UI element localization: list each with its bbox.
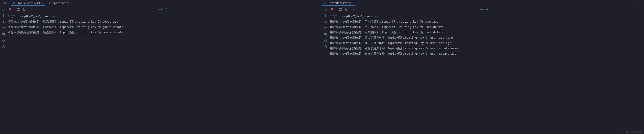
exit-icon[interactable] xyxy=(345,7,349,11)
console-line: 用户模块接收到的消息是：用户删除了，Topic模型，routing key 为 … xyxy=(330,30,643,35)
console-line: D:\Tools\jdkk8\bin\java.exe ... xyxy=(330,13,643,19)
more-options[interactable]: ⋮ xyxy=(357,7,361,11)
scroll-end-icon[interactable] xyxy=(2,32,5,36)
stop-button[interactable] xyxy=(8,7,12,11)
more-options[interactable]: ⋮ xyxy=(35,7,39,11)
left-panel: 运行: TopicReceiver1 ✕ TopicSender ✕ ⋮ goo… xyxy=(0,0,322,134)
minimize-icon[interactable]: — xyxy=(640,1,642,4)
svg-rect-15 xyxy=(325,39,326,40)
svg-rect-7 xyxy=(3,39,4,40)
up-arrow-icon[interactable] xyxy=(324,14,328,18)
console-line: 用户模块接收到的消息是：用户修改了，Topic模型，routing key 为 … xyxy=(330,24,643,30)
svg-rect-13 xyxy=(346,8,347,10)
right-panel: TopicReceiver2 ✕ ⋮ — ⋮ user.# xyxy=(322,0,644,134)
tab-label: TopicReceiver2 xyxy=(328,1,351,4)
close-icon[interactable]: ✕ xyxy=(70,2,72,4)
pattern-label: user.# xyxy=(478,7,488,11)
up-arrow-icon[interactable] xyxy=(2,14,5,18)
down-arrow-icon[interactable] xyxy=(324,20,328,24)
dashboard-icon[interactable] xyxy=(29,7,33,11)
trash-icon[interactable] xyxy=(324,45,328,48)
console-output[interactable]: D:\Tools\jdkk8\bin\java.exe ...用户模块接收到的消… xyxy=(329,12,644,134)
divider xyxy=(14,7,14,11)
stop-button[interactable] xyxy=(330,7,334,11)
tab-label: TopicReceiver1 xyxy=(18,1,40,4)
rerun-button[interactable] xyxy=(324,7,328,11)
tab-label: TopicSender xyxy=(51,1,68,4)
console-area: D:\Tools\jdkk8\bin\java.exe ...用户模块接收到的消… xyxy=(322,12,644,134)
rerun-button[interactable] xyxy=(2,7,5,11)
console-line: 用户模块接收到的消息是：添加了用户名字，Topic模型，routing key … xyxy=(330,35,643,40)
watermark: CSDN @Allen-xu xyxy=(623,131,642,133)
down-arrow-icon[interactable] xyxy=(2,20,5,24)
print-icon[interactable] xyxy=(2,39,5,42)
console-area: D:\Tools\jdkk8\bin\java.exe ...商品模块接收到的消… xyxy=(0,12,322,134)
print-icon[interactable] xyxy=(324,39,328,42)
console-line: 用户模块接收到的消息是：修改了用户名字，Topic模型，routing key … xyxy=(330,46,643,51)
tab-topic-receiver2[interactable]: TopicReceiver2 ✕ xyxy=(322,0,356,5)
gutter xyxy=(0,12,7,134)
soft-wrap-icon[interactable] xyxy=(324,26,328,30)
console-line: 用户模块接收到的消息是：添加了用户年龄，Topic模型，routing key … xyxy=(330,40,643,46)
svg-point-3 xyxy=(18,9,19,10)
toolbar: ⋮ goods.* xyxy=(0,6,322,12)
run-config-icon xyxy=(14,2,16,4)
console-line: 商品模块接收到的消息是：商品删除了，Topic模型，routing key 为 … xyxy=(8,30,321,35)
tab-bar: 运行: TopicReceiver1 ✕ TopicSender ✕ xyxy=(0,0,322,6)
pattern-label: goods.* xyxy=(155,7,167,11)
svg-rect-5 xyxy=(24,8,25,10)
exit-icon[interactable] xyxy=(23,7,26,11)
close-icon[interactable]: ✕ xyxy=(42,2,43,4)
gutter xyxy=(322,12,329,134)
run-config-icon xyxy=(324,2,327,4)
camera-icon[interactable] xyxy=(339,7,342,11)
dashboard-icon[interactable] xyxy=(351,7,355,11)
console-line: 用户模块接收到的消息是：用户新增了，Topic模型，routing key 为 … xyxy=(330,19,643,24)
console-line: 用户模块接收到的消息是：修改了用户年龄，Topic模型，routing key … xyxy=(330,51,643,56)
trash-icon[interactable] xyxy=(2,45,5,48)
toolbar: ⋮ user.# xyxy=(322,6,644,12)
divider xyxy=(336,7,336,11)
console-line: D:\Tools\jdkk8\bin\java.exe ... xyxy=(8,13,321,19)
run-config-icon xyxy=(47,2,50,4)
close-icon[interactable]: ✕ xyxy=(352,2,354,4)
scroll-end-icon[interactable] xyxy=(324,32,328,36)
run-label: 运行: xyxy=(0,1,11,5)
window-controls: ⋮ — xyxy=(635,1,642,4)
more-icon[interactable]: ⋮ xyxy=(635,1,638,4)
console-output[interactable]: D:\Tools\jdkk8\bin\java.exe ...商品模块接收到的消… xyxy=(7,12,322,134)
tab-topic-sender[interactable]: TopicSender ✕ xyxy=(45,0,73,5)
tab-topic-receiver1[interactable]: TopicReceiver1 ✕ xyxy=(11,0,45,5)
console-line: 商品模块接收到的消息是：商品修改了，Topic模型，routing key 为 … xyxy=(8,24,321,30)
soft-wrap-icon[interactable] xyxy=(2,26,5,30)
svg-point-11 xyxy=(340,9,341,10)
camera-icon[interactable] xyxy=(17,7,20,11)
console-line: 商品模块接收到的消息是：商品新增了，Topic模型，routing key 为 … xyxy=(8,19,321,24)
tab-bar: TopicReceiver2 ✕ ⋮ — xyxy=(322,0,644,6)
